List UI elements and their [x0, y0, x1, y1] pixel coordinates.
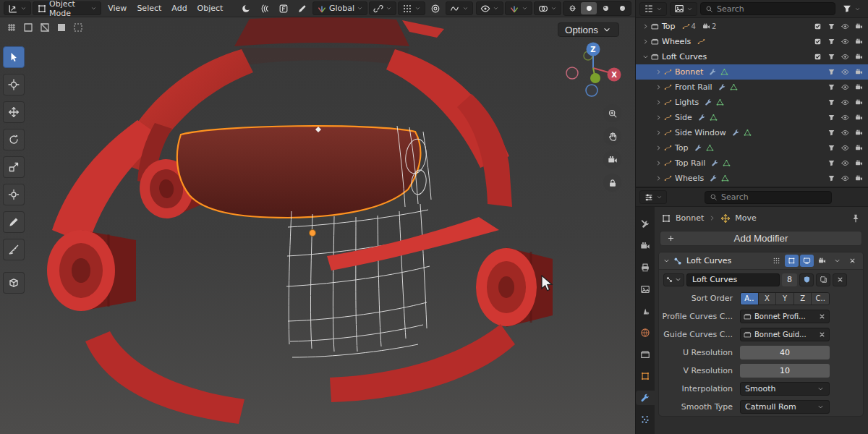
modifier-close-button[interactable]: [846, 255, 859, 267]
segment-option[interactable]: Z: [794, 293, 812, 305]
camera-toggle[interactable]: [852, 22, 866, 30]
dropdown-field[interactable]: Catmull Rom: [740, 400, 830, 414]
funnel-toggle[interactable]: [825, 144, 838, 152]
square-filled-button[interactable]: [56, 22, 67, 35]
pin-icon[interactable]: [851, 213, 861, 224]
add-modifier-button[interactable]: Add Modifier: [660, 231, 862, 246]
tool-scale[interactable]: [3, 156, 25, 178]
panel-expand-icon[interactable]: [663, 257, 671, 265]
shading-material-button[interactable]: [597, 2, 613, 14]
shading-rendered-button[interactable]: [614, 2, 630, 14]
outliner-object-wheels[interactable]: Wheels: [636, 171, 868, 186]
funnel-toggle[interactable]: [825, 83, 838, 91]
mode-selector[interactable]: Object Mode: [33, 1, 101, 15]
properties-tab-render[interactable]: [636, 239, 655, 253]
funnel-toggle[interactable]: [825, 129, 838, 137]
funnel-toggle[interactable]: [825, 159, 838, 167]
falloff-selector[interactable]: [446, 1, 473, 15]
eye-toggle[interactable]: [838, 174, 852, 182]
properties-tab-particles[interactable]: [636, 412, 655, 427]
rear-left-wheel[interactable]: [47, 230, 136, 311]
menu-object[interactable]: Object: [192, 1, 229, 15]
outliner-object-top[interactable]: Top: [636, 140, 868, 156]
editor-type-selector[interactable]: [4, 1, 31, 15]
outliner-collection-top[interactable]: Top42: [636, 19, 868, 34]
object-origin-dot[interactable]: [310, 230, 316, 237]
funnel-toggle[interactable]: [825, 98, 838, 106]
segment-option[interactable]: A..: [741, 293, 759, 305]
display-cage-toggle[interactable]: [770, 255, 783, 267]
modifier-panel-header[interactable]: Loft Curves: [659, 252, 863, 270]
snapping-selector[interactable]: [398, 1, 425, 15]
camera-view-button[interactable]: [603, 150, 621, 169]
funnel-toggle[interactable]: [825, 68, 838, 76]
node-group-browse[interactable]: [663, 273, 684, 286]
gizmo-pos-y[interactable]: [590, 73, 600, 83]
clear-icon[interactable]: [818, 312, 826, 320]
tool-move[interactable]: [3, 101, 25, 123]
breadcrumb-tool[interactable]: Move: [735, 213, 757, 223]
outliner-display-mode[interactable]: [670, 2, 697, 16]
eye-toggle[interactable]: [838, 98, 852, 106]
snap-target-selector[interactable]: [369, 1, 396, 15]
menu-add[interactable]: Add: [166, 1, 192, 15]
camera-toggle[interactable]: [852, 68, 866, 76]
eye-toggle[interactable]: [838, 53, 852, 61]
pan-hand-button[interactable]: [603, 127, 621, 145]
gizmos-dropdown[interactable]: [505, 1, 532, 15]
properties-tab-scene[interactable]: [636, 304, 655, 318]
chevron-right-icon[interactable]: [655, 129, 663, 137]
grid-button[interactable]: [6, 22, 17, 35]
eye-toggle[interactable]: [838, 83, 852, 91]
zoom-button[interactable]: [603, 104, 621, 122]
funnel-toggle[interactable]: [825, 53, 838, 61]
segment-option[interactable]: X: [759, 293, 777, 305]
eye-toggle[interactable]: [838, 68, 852, 76]
chevron-right-icon[interactable]: [655, 98, 663, 106]
outliner-object-lights[interactable]: Lights: [636, 95, 868, 110]
display-render-toggle[interactable]: [815, 255, 829, 267]
car-roof[interactable]: [234, 17, 409, 46]
outliner-object-front-rail[interactable]: Front Rail: [636, 80, 868, 95]
orientation-selector[interactable]: Global: [312, 1, 367, 15]
camera-toggle[interactable]: [852, 129, 866, 137]
checkbox-toggle[interactable]: [811, 53, 825, 61]
properties-search-input[interactable]: Search: [705, 191, 832, 204]
number-field[interactable]: 10: [740, 364, 830, 378]
chevron-right-icon[interactable]: [642, 38, 650, 46]
tool-add-cube[interactable]: [3, 272, 25, 294]
tool-rotate[interactable]: [3, 129, 25, 150]
modifier-extras-menu[interactable]: [830, 255, 844, 267]
scene-3d-view[interactable]: [0, 17, 635, 434]
properties-editor-selector[interactable]: [639, 190, 667, 204]
funnel-toggle[interactable]: [825, 114, 838, 122]
shading-solid-button[interactable]: [581, 2, 597, 14]
chevron-right-icon[interactable]: [655, 159, 663, 167]
eye-toggle[interactable]: [838, 38, 852, 46]
camera-toggle[interactable]: [852, 144, 866, 152]
chevron-right-icon[interactable]: [655, 83, 663, 91]
outliner-object-bonnet[interactable]: Bonnet: [636, 64, 868, 80]
outliner-object-side-window[interactable]: Side Window: [636, 125, 868, 140]
properties-tab-modifier[interactable]: [636, 391, 655, 405]
brush-button[interactable]: [294, 1, 311, 15]
outliner-search-input[interactable]: Search: [700, 2, 835, 15]
proportional-editing-toggle[interactable]: [427, 1, 444, 15]
eye-toggle[interactable]: [838, 114, 852, 122]
properties-tab-viewlayer[interactable]: [636, 282, 655, 297]
tool-measure[interactable]: [3, 239, 25, 260]
properties-tab-collection[interactable]: [636, 347, 655, 362]
visibility-dropdown[interactable]: [476, 1, 503, 15]
checkbox-toggle[interactable]: [811, 38, 825, 46]
shading-wireframe-button[interactable]: [564, 2, 580, 14]
properties-tab-world[interactable]: [636, 326, 655, 340]
node-group-name-field[interactable]: Loft Curves: [686, 273, 780, 286]
unlink-button[interactable]: [833, 273, 847, 286]
eye-toggle[interactable]: [838, 129, 852, 137]
checkbox-toggle[interactable]: [811, 22, 825, 30]
camera-toggle[interactable]: [852, 159, 866, 167]
copy-button[interactable]: [816, 273, 830, 286]
camera-toggle[interactable]: [852, 114, 866, 122]
square-dashed-button[interactable]: [72, 22, 84, 35]
gizmo-neg-z[interactable]: [586, 85, 597, 96]
